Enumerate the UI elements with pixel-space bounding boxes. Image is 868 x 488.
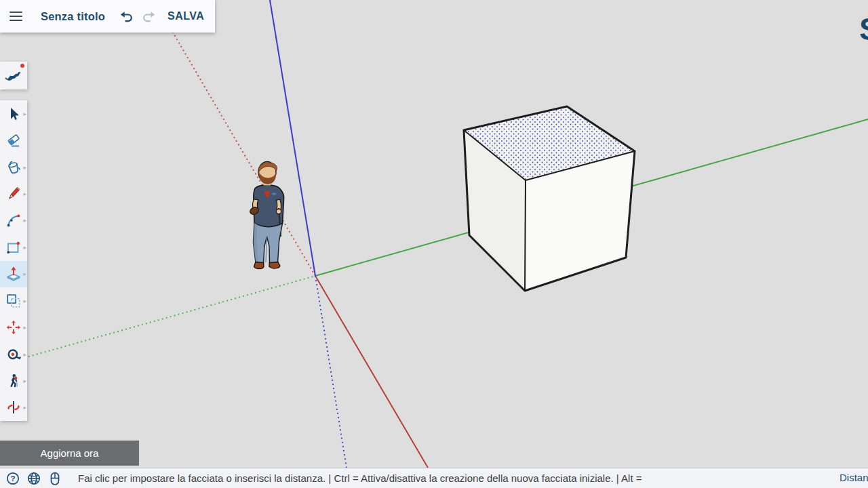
tool-offset[interactable]: ▸ [0, 287, 27, 314]
cube-model[interactable] [464, 106, 635, 291]
offset-tool-icon [5, 293, 22, 309]
flyout-chevron-icon: ▸ [23, 298, 26, 304]
tape-measure-icon [5, 346, 22, 363]
flyout-chevron-icon: ▸ [23, 405, 26, 411]
flyout-chevron-icon: ▸ [23, 218, 26, 224]
paint-bucket-icon [5, 159, 22, 176]
rectangle-tool-icon [5, 239, 22, 256]
sketchup-web-app: { "header": { "title": "Senza titolo", "… [0, 0, 868, 488]
flyout-chevron-icon: ▸ [23, 378, 26, 384]
globe-icon [26, 471, 41, 486]
redo-button[interactable] [142, 9, 157, 24]
figure-right-shoe [269, 262, 280, 268]
update-now-button[interactable]: Aggiorna ora [0, 441, 139, 466]
tool-paint-bucket[interactable]: ▸ [0, 154, 27, 180]
flyout-chevron-icon: ▸ [23, 164, 26, 170]
status-bar: ? Fai clic per impostare la facciata o i… [0, 468, 868, 488]
title-bar: Senza titolo SALVA [0, 0, 215, 33]
measurement-label: Distanza [840, 472, 868, 483]
save-button[interactable]: SALVA [167, 10, 204, 22]
help-button[interactable]: ? [5, 471, 20, 486]
red-axis [315, 276, 428, 468]
mouse-settings-button[interactable] [47, 471, 62, 486]
orbit-tool-icon [5, 399, 22, 415]
leaping-dog-icon [5, 67, 22, 85]
move-tool-icon [5, 319, 22, 336]
arc-tool-icon [5, 212, 22, 228]
tool-move[interactable]: ▸ [0, 314, 27, 340]
green-axis-dotted [0, 276, 315, 365]
language-button[interactable] [26, 471, 41, 486]
status-message: Fai clic per impostare la facciata o ins… [78, 472, 642, 484]
notification-dot [20, 64, 24, 68]
search-modeler-button[interactable] [0, 62, 27, 89]
tool-line-pencil[interactable]: ▸ [0, 180, 27, 207]
flyout-chevron-icon: ▸ [23, 244, 26, 250]
redo-arrow-icon [142, 9, 157, 24]
tool-orbit[interactable]: ▸ [0, 394, 27, 421]
figure-left-shoe [254, 262, 264, 269]
mouse-icon [47, 471, 62, 486]
document-title[interactable]: Senza titolo [41, 10, 105, 23]
tool-tape-measure[interactable]: ▸ [0, 341, 27, 367]
undo-button[interactable] [119, 9, 134, 24]
tool-arc[interactable]: ▸ [0, 207, 27, 234]
figure-right-hand [276, 209, 281, 214]
utility-toolbar [0, 62, 27, 89]
flyout-chevron-icon: ▸ [23, 190, 26, 197]
tool-palette: ▸ ▸ [0, 100, 27, 421]
undo-arrow-icon [119, 9, 134, 24]
flyout-chevron-icon: ▸ [23, 325, 26, 331]
tool-push-pull[interactable]: ▸ [0, 261, 27, 287]
red-axis-dotted [154, 0, 315, 276]
tool-walk[interactable]: ▸ [0, 367, 27, 394]
blue-axis-dotted [315, 276, 347, 468]
select-tool-icon [5, 106, 22, 122]
flyout-chevron-icon: ▸ [23, 351, 26, 357]
walk-tool-icon [5, 373, 22, 389]
eraser-tool-icon [5, 132, 22, 148]
drawing-canvas[interactable] [0, 0, 868, 488]
flyout-chevron-icon: ▸ [23, 110, 26, 117]
tool-eraser[interactable] [0, 127, 27, 153]
sketchup-logo: S [859, 14, 868, 45]
flyout-chevron-icon: ▸ [23, 271, 26, 277]
tool-rectangle[interactable]: ▸ [0, 234, 27, 260]
pencil-line-icon [5, 186, 22, 202]
person-scale-figure[interactable] [249, 162, 284, 269]
svg-text:?: ? [10, 474, 15, 483]
tool-select[interactable]: ▸ [0, 100, 27, 127]
drawing-axes [0, 0, 868, 468]
push-pull-icon [5, 266, 22, 282]
hamburger-menu-icon[interactable] [9, 9, 22, 24]
help-icon: ? [5, 471, 20, 486]
